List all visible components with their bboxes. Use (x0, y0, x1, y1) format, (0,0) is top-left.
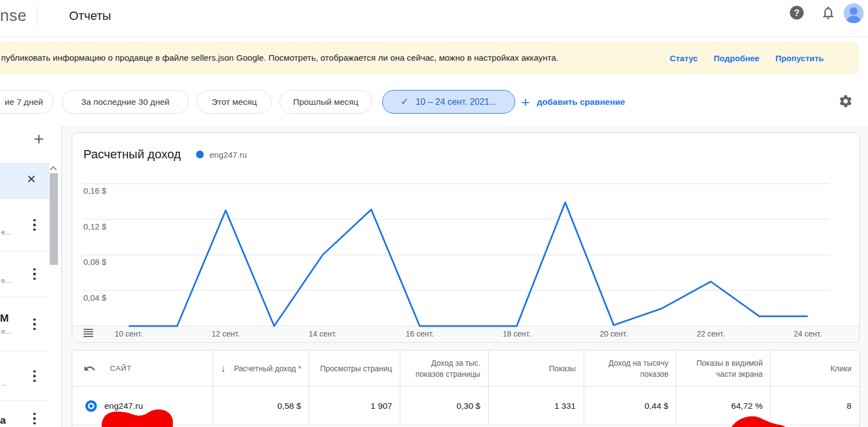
value-cell-3: 0,30 $ (400, 387, 489, 425)
x-axis-label: 20 сент. (600, 329, 628, 338)
legend-dot-icon (196, 151, 204, 158)
revenue-line-series (129, 202, 808, 326)
kebab-menu-icon[interactable] (31, 266, 38, 282)
item-title-fragment: М (0, 312, 9, 324)
x-axis-label: 22 сент. (697, 329, 725, 338)
top-app-bar: nse Отчеты ? (0, 0, 868, 37)
gear-icon (838, 102, 853, 110)
item-text-fragment: е... (1, 228, 11, 236)
column-header-5: Показы (489, 350, 584, 386)
banner-actions: СтатусПодробнееПропустить (670, 41, 824, 74)
y-axis-label: 0,16 $ (83, 186, 107, 195)
sidebar-report-item[interactable]: Ме... (0, 297, 49, 351)
checkmark-icon: ✓ (400, 96, 408, 108)
date-preset-2[interactable]: За последние 30 дней (62, 90, 189, 114)
scroll-up-arrow-icon[interactable] (50, 166, 57, 173)
topbar-divider (37, 4, 38, 28)
chart-title: Расчетный доход (83, 147, 181, 162)
help-icon: ? (789, 14, 805, 22)
avatar-icon (843, 17, 864, 25)
date-preset-3[interactable]: Этот месяц (197, 90, 272, 114)
selected-date-range-label: 10 – 24 сент. 2021... (416, 97, 497, 107)
column-header-1: САЙТ (72, 350, 213, 386)
column-label: Доход на тысячу показов (592, 357, 669, 380)
banner-link-2[interactable]: Подробнее (714, 54, 760, 63)
x-axis-label: 24 сент. (794, 329, 822, 338)
sort-desc-icon[interactable]: ↓ (221, 363, 226, 374)
table-row: eng247.ru0,58 $1 9070,30 $1 3310,44 $64,… (72, 387, 859, 425)
add-report-button[interactable]: + (34, 130, 44, 148)
banner-message: публиковать информацию о продавце в файл… (1, 41, 558, 74)
page-title: Отчеты (69, 9, 111, 23)
banner-link-1[interactable]: Статус (670, 54, 698, 63)
account-avatar[interactable] (843, 3, 864, 24)
column-header-6: Доход на тысячу показов (584, 350, 677, 386)
revenue-line-chart: 0,04 $0,08 $0,12 $0,16 $10 сент.12 сент.… (72, 133, 860, 343)
value-cell-1: 0,58 $ (213, 387, 310, 425)
axis-menu-icon (83, 334, 93, 335)
x-axis-label: 12 сент. (211, 329, 240, 338)
column-label: Расчетный доход * (234, 363, 301, 374)
column-label: Клики (830, 363, 851, 374)
chart-header: Расчетный доход eng247.ru (83, 147, 247, 162)
y-axis-label: 0,04 $ (83, 293, 107, 302)
value-cell-7: 8 (771, 387, 859, 425)
item-text-fragment: е... (1, 276, 11, 285)
banner-link-3[interactable]: Пропустить (775, 54, 824, 63)
x-axis-label: 14 сент. (309, 329, 337, 338)
item-text-fragment: ... (1, 379, 7, 387)
adsense-logo-fragment[interactable]: nse (0, 7, 27, 25)
kebab-menu-icon[interactable] (31, 368, 38, 385)
value-cell-5: 0,44 $ (584, 387, 677, 425)
table-header-row: САЙТ↓Расчетный доход *Просмотры страницД… (72, 350, 859, 387)
column-header-7: Показы в видимой части экрана (676, 350, 771, 386)
sidebar-scrollbar (49, 163, 58, 427)
site-name[interactable]: eng247.ru (104, 401, 143, 411)
x-axis-label: 18 сент. (502, 329, 531, 338)
report-settings-button[interactable] (838, 94, 853, 109)
kebab-menu-icon[interactable] (31, 217, 38, 233)
sellers-json-banner: публиковать информацию о продавце в файл… (0, 41, 859, 74)
kebab-menu-icon[interactable] (31, 410, 38, 427)
legend-site-label: eng247.ru (210, 150, 247, 159)
close-icon[interactable]: ✕ (27, 173, 36, 186)
x-axis-strip (72, 326, 860, 341)
estimated-revenue-card: 0,04 $0,08 $0,12 $0,16 $10 сент.12 сент.… (72, 132, 860, 343)
sidebar-report-item[interactable]: ... (0, 351, 49, 401)
notifications-button[interactable] (821, 4, 836, 21)
date-preset-1[interactable]: ие 7 дней (0, 90, 54, 114)
item-title-fragment: а (0, 414, 6, 426)
column-header-8: Клики (771, 350, 859, 386)
y-axis-label: 0,12 $ (83, 222, 107, 231)
axis-menu-icon (83, 336, 93, 337)
column-label: Доход за тыс. показов страницы (408, 357, 480, 380)
table-body: eng247.ru0,58 $1 9070,30 $1 3310,44 $64,… (72, 387, 859, 425)
x-axis-label: 10 сент. (115, 329, 143, 338)
value-cell-6: 64,72 % (676, 387, 771, 425)
column-header-2: ↓Расчетный доход * (213, 350, 310, 386)
selected-date-range-chip[interactable]: ✓ 10 – 24 сент. 2021... (382, 90, 515, 114)
add-comparison-button[interactable]: + добавить сравнение (521, 90, 625, 114)
sites-report-table: САЙТ↓Расчетный доход *Просмотры страницД… (72, 350, 860, 427)
column-header-4: Доход за тыс. показов страницы (400, 350, 489, 386)
sidebar-report-item[interactable]: е... (0, 251, 49, 297)
sidebar-report-item[interactable]: е... (0, 199, 49, 251)
undo-icon[interactable] (83, 362, 96, 375)
column-label: САЙТ (110, 363, 132, 374)
sidebar-add-section: + (0, 126, 49, 163)
value-cell-4: 1 331 (489, 387, 584, 425)
sidebar-report-item[interactable]: а (0, 401, 49, 427)
sidebar-selected-item[interactable]: ✕ (0, 163, 49, 199)
visibility-eye-icon[interactable] (84, 399, 98, 413)
help-button[interactable]: ? (789, 5, 805, 20)
x-axis-label: 16 сент. (406, 329, 434, 338)
axis-menu-icon (83, 331, 93, 332)
date-preset-4[interactable]: Прошлый месяц (279, 90, 372, 114)
value-cell-2: 1 907 (309, 387, 400, 425)
bell-icon (821, 14, 836, 23)
column-header-3: Просмотры страниц (309, 350, 400, 386)
kebab-menu-icon[interactable] (31, 316, 38, 333)
site-cell: eng247.ru (72, 387, 213, 425)
column-label: Показы (549, 363, 575, 374)
scrollbar-thumb[interactable] (50, 173, 58, 265)
